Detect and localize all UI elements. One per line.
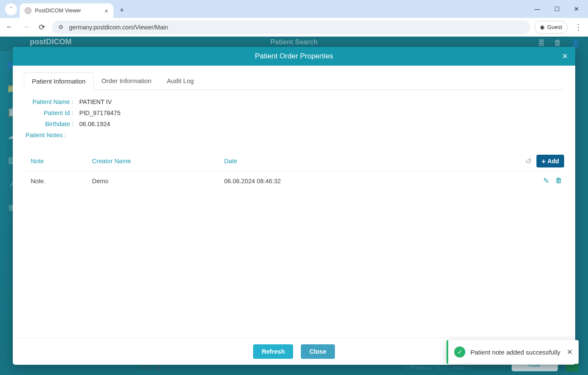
person-icon: ◉: [540, 24, 545, 30]
chevron-down-icon: ˇ: [10, 6, 12, 12]
refresh-notes-icon[interactable]: ↺: [523, 156, 534, 167]
value-birthdate: 06.06.1924: [76, 121, 110, 127]
address-bar[interactable]: ⚙ germany.postdicom.com/Viewer/Main: [52, 20, 530, 34]
add-note-button[interactable]: + Add: [536, 155, 564, 167]
browser-menu-button[interactable]: ⋮: [572, 23, 585, 32]
modal-header: Patient Order Properties ×: [13, 47, 575, 66]
notes-table-header: Note Creator Name Date ↺ + Add: [24, 151, 564, 171]
favicon-icon: [25, 7, 32, 14]
toast-message: Patient note added successfully: [470, 349, 562, 356]
maximize-button[interactable]: ☐: [547, 0, 567, 18]
add-note-label: Add: [548, 158, 559, 164]
close-tab-icon[interactable]: ×: [104, 7, 108, 14]
window-controls: — ☐ ✕: [527, 0, 586, 18]
plus-icon: +: [542, 158, 546, 165]
back-button[interactable]: ←: [3, 21, 15, 33]
edit-note-icon[interactable]: ✎: [543, 176, 549, 185]
tab-order-information[interactable]: Order Information: [94, 72, 159, 89]
cell-date: 06.06.2024 08:46:32: [224, 178, 509, 185]
col-header-creator: Creator Name: [92, 158, 224, 164]
cell-note: Note.: [24, 178, 92, 185]
close-window-button[interactable]: ✕: [567, 0, 586, 18]
tab-patient-information[interactable]: Patient Information: [24, 72, 94, 90]
tab-audit-log[interactable]: Audit Log: [159, 72, 201, 89]
label-patient-notes: Patient Notes :: [26, 132, 562, 138]
col-header-date: Date: [224, 158, 509, 164]
label-birthdate: Birthdate :: [26, 121, 76, 127]
profile-button[interactable]: ◉ Guest: [534, 21, 568, 34]
toast-close-icon[interactable]: ✕: [567, 348, 573, 357]
patient-order-properties-modal: Patient Order Properties × Patient Infor…: [13, 47, 575, 365]
site-settings-icon[interactable]: ⚙: [57, 23, 65, 31]
browser-titlebar: ˇ PostDICOM Viewer × + — ☐ ✕: [0, 0, 588, 18]
modal-close-button[interactable]: ×: [559, 50, 571, 62]
browser-tab[interactable]: PostDICOM Viewer ×: [20, 3, 113, 18]
check-icon: ✓: [454, 346, 465, 358]
refresh-button[interactable]: Refresh: [253, 344, 293, 359]
value-patient-name: PATIENT IV: [76, 98, 112, 105]
cell-creator: Demo: [92, 178, 224, 185]
modal-body: Patient Information Order Information Au…: [13, 66, 575, 338]
forward-button[interactable]: →: [20, 21, 32, 33]
delete-note-icon[interactable]: 🗑: [555, 176, 562, 185]
col-header-note: Note: [24, 158, 92, 164]
guest-label: Guest: [547, 24, 562, 30]
tab-search-dropdown[interactable]: ˇ: [5, 3, 17, 15]
reload-button[interactable]: ⟳: [36, 21, 48, 33]
label-patient-name: Patient Name :: [26, 98, 76, 105]
url-text: germany.postdicom.com/Viewer/Main: [69, 24, 168, 31]
value-patient-id: PID_97178475: [76, 110, 121, 116]
minimize-button[interactable]: —: [527, 0, 547, 18]
browser-toolbar: ← → ⟳ ⚙ germany.postdicom.com/Viewer/Mai…: [0, 18, 588, 37]
patient-info-block: Patient Name : PATIENT IV Patient Id : P…: [24, 90, 564, 143]
success-toast: ✓ Patient note added successfully ✕: [447, 340, 579, 364]
tab-title: PostDICOM Viewer: [35, 8, 81, 14]
new-tab-button[interactable]: +: [116, 4, 128, 16]
label-patient-id: Patient Id :: [26, 110, 76, 116]
modal-tabs: Patient Information Order Information Au…: [24, 72, 564, 90]
close-button[interactable]: Close: [301, 344, 335, 359]
modal-title: Patient Order Properties: [255, 52, 333, 61]
table-row: Note. Demo 06.06.2024 08:46:32 ✎ 🗑: [24, 171, 564, 190]
